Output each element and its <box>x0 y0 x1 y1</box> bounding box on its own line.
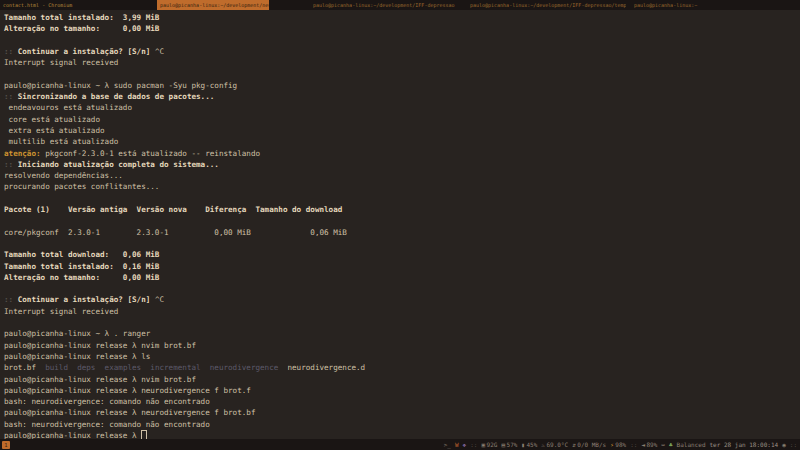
terminal-line: :: Continuar a instalação? [S/n] ^C <box>4 46 796 57</box>
terminal-text: atenção: <box>4 149 41 158</box>
terminal-text: neurodivergence.d <box>278 363 365 372</box>
terminal-line <box>4 238 796 249</box>
taskbar-tab-2[interactable]: paulo@picanha-linux:~/development/IFF-de… <box>313 0 466 10</box>
leaf-tray-item[interactable]: ♣ <box>669 441 673 448</box>
volume-indicator[interactable]: ◄89% <box>641 441 657 448</box>
thermometer-icon: ♨ <box>541 441 545 448</box>
terminal-tray-item[interactable]: >_ <box>444 441 451 448</box>
terminal-text: :: <box>4 295 18 304</box>
keyboard-icon: ⌨ <box>661 441 665 448</box>
separator: :: <box>790 441 797 448</box>
power-profile-label: Balanced <box>677 441 706 448</box>
terminal-line: paulo@picanha-linux release λ <box>4 430 796 439</box>
terminal-line: paulo@picanha-linux release λ neurodiver… <box>4 407 796 418</box>
app-tray-item[interactable]: ❖ <box>463 441 467 448</box>
terminal-line <box>4 215 796 226</box>
clock[interactable]: ter 28 jan 18:00:14 <box>710 441 779 448</box>
disk-indicator[interactable]: ▣92G <box>481 441 497 448</box>
terminal-text: paulo@picanha-linux release λ neurodiver… <box>4 386 251 395</box>
terminal-text: Tamanho total instalado: 3,99 MiB <box>4 13 159 22</box>
terminal-line: extra está atualizado <box>4 125 796 136</box>
terminal-text: bash: neurodivergence: comando não encon… <box>4 397 210 406</box>
terminal-text: Alteração no tamanho: 0,00 MiB <box>4 273 159 282</box>
terminal-text: :: <box>4 160 18 169</box>
terminal-line <box>4 35 796 46</box>
terminal-line <box>4 317 796 328</box>
network-indicator[interactable]: ⇵0/0 MB/s <box>572 441 606 448</box>
terminal-text: Interrupt signal received <box>4 307 118 316</box>
terminal-text: ^C <box>155 47 164 56</box>
power-tray-item[interactable]: ◉ <box>782 441 786 448</box>
cpu-indicator[interactable]: ▮45% <box>521 441 537 448</box>
temperature-indicator[interactable]: ♨69.0°C <box>541 441 568 448</box>
terminal-text: paulo@picanha-linux release λ nvim brot.… <box>4 375 196 384</box>
terminal-text: core/pkgconf 2.3.0-1 2.3.0-1 0,00 MiB 0,… <box>4 228 347 237</box>
w-tray-item[interactable]: W <box>455 441 459 448</box>
battery-icon: ⚡ <box>610 441 614 448</box>
terminal-line: bash: neurodivergence: comando não encon… <box>4 396 796 407</box>
keyboard-tray-item[interactable]: ⌨ <box>661 441 665 448</box>
terminal-text: core está atualizado <box>4 115 100 124</box>
taskbar-tab-active[interactable]: paulo@picanha-linux:~/development/neurod… <box>157 0 269 10</box>
workspace-badge[interactable]: 1 <box>2 441 10 449</box>
terminal-text: :: <box>4 92 18 101</box>
terminal-text: Alteração no tamanho: 0,00 MiB <box>4 24 159 33</box>
terminal-line <box>4 193 796 204</box>
terminal-text: procurando pacotes conflitantes... <box>4 182 159 191</box>
cpu-indicator-label: 45% <box>526 441 537 448</box>
terminal-icon: >_ <box>444 441 451 448</box>
terminal-line: core/pkgconf 2.3.0-1 2.3.0-1 0,00 MiB 0,… <box>4 227 796 238</box>
power-profile[interactable]: Balanced <box>677 441 706 448</box>
terminal-text: brot.bf <box>4 363 45 372</box>
terminal-line: Tamanho total instalado: 0,16 MiB <box>4 261 796 272</box>
terminal-text: endeavouros está atualizado <box>4 103 132 112</box>
memory-indicator-label: 57% <box>507 441 518 448</box>
terminal-line: Tamanho total instalado: 3,99 MiB <box>4 12 796 23</box>
separator-label: :: <box>470 441 477 448</box>
terminal-line: Tamanho total download: 0,06 MiB <box>4 249 796 260</box>
terminal-text: Interrupt signal received <box>4 58 118 67</box>
terminal-text: paulo@picanha-linux release λ ls <box>4 352 150 361</box>
terminal-text: multilib está atualizado <box>4 137 118 146</box>
terminal-text: Pacote (1) Versão antiga Versão nova Dif… <box>4 205 342 214</box>
terminal-line: brot.bf build deps examples incremental … <box>4 362 796 373</box>
status-bar: 1 >_W❖::▣92G▤57%▮45%♨69.0°C⇵0/0 MB/s⚡98%… <box>0 439 800 450</box>
battery-indicator-label: 98% <box>615 441 626 448</box>
terminal-window[interactable]: Tamanho total instalado: 3,99 MiBAlteraç… <box>0 10 800 439</box>
memory-indicator[interactable]: ▤57% <box>501 441 517 448</box>
terminal-text: ^C <box>155 295 164 304</box>
terminal-text: build deps examples incremental neurodiv… <box>45 363 278 372</box>
terminal-line: paulo@picanha-linux release λ nvim brot.… <box>4 374 796 385</box>
terminal-cursor <box>141 430 147 439</box>
taskbar-tab-0[interactable]: contact.html - Chromium <box>3 0 157 10</box>
power-icon: ◉ <box>782 441 786 448</box>
taskbar-tab-3[interactable]: paulo@picanha-linux:~/development/IFF-de… <box>470 0 626 10</box>
terminal-text: paulo@picanha-linux release λ nvim brot.… <box>4 341 196 350</box>
terminal-text: Tamanho total download: 0,06 MiB <box>4 250 159 259</box>
terminal-line: core está atualizado <box>4 114 796 125</box>
disk-icon: ▣ <box>481 441 485 448</box>
network-icon: ⇵ <box>572 441 576 448</box>
terminal-text: paulo@picanha-linux release λ <box>4 431 141 439</box>
terminal-line <box>4 283 796 294</box>
cpu-icon: ▮ <box>521 441 525 448</box>
terminal-line: procurando pacotes conflitantes... <box>4 181 796 192</box>
battery-indicator[interactable]: ⚡98% <box>610 441 626 448</box>
taskbar-tab-4[interactable]: paulo@picanha-linux:~ <box>634 0 712 10</box>
terminal-text: Continuar a instalação? [S/n] <box>18 295 155 304</box>
terminal-line: Interrupt signal received <box>4 306 796 317</box>
terminal-line: multilib está atualizado <box>4 136 796 147</box>
speaker-icon: ◄ <box>641 441 645 448</box>
terminal-text: Continuar a instalação? [S/n] <box>18 47 155 56</box>
terminal-line: resolvendo dependências... <box>4 170 796 181</box>
volume-indicator-label: 89% <box>647 441 658 448</box>
terminal-text: :: <box>4 47 18 56</box>
desktop: contact.html - Chromiumpaulo@picanha-lin… <box>0 0 800 450</box>
terminal-line: Interrupt signal received <box>4 57 796 68</box>
terminal-line: :: Iniciando atualização completa do sis… <box>4 159 796 170</box>
terminal-line <box>4 68 796 79</box>
separator: :: <box>630 441 637 448</box>
terminal-text: paulo@picanha-linux ~ λ sudo pacman -Syu… <box>4 81 237 90</box>
terminal-line: paulo@picanha-linux ~ λ . ranger <box>4 328 796 339</box>
terminal-text: resolvendo dependências... <box>4 171 123 180</box>
